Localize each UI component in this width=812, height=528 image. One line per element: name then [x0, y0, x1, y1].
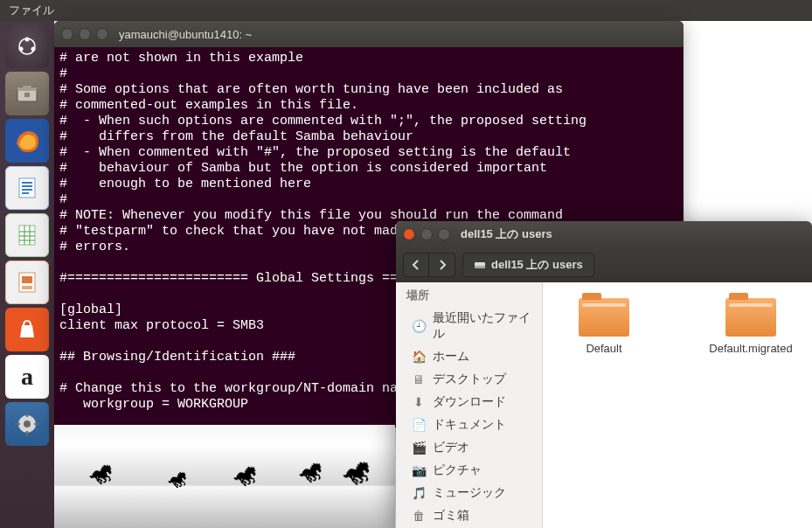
svg-point-1 — [25, 38, 30, 42]
sidebar-item-label: ダウンロード — [433, 394, 506, 410]
folder-label: Default — [586, 342, 621, 355]
sidebar-item-documents[interactable]: 📄ドキュメント — [396, 413, 542, 436]
path-label: dell15 上の users — [491, 257, 583, 273]
folder-item[interactable]: Default.migrated — [698, 298, 803, 355]
menu-file[interactable]: ファイル — [9, 3, 54, 18]
sidebar-item-label: ビデオ — [433, 440, 469, 455]
sidebar-item-downloads[interactable]: ⬇ダウンロード — [396, 391, 542, 413]
pathbar: dell15 上の users — [462, 253, 805, 277]
close-icon[interactable] — [403, 228, 415, 240]
launcher-files[interactable] — [5, 72, 49, 115]
maximize-icon[interactable] — [438, 228, 450, 240]
svg-rect-7 — [24, 93, 30, 97]
launcher-amazon[interactable]: a — [5, 355, 49, 399]
sidebar-item-label: ピクチャ — [433, 462, 482, 478]
sidebar-header-places: 場所 — [396, 282, 542, 307]
folder-icon — [725, 298, 776, 337]
files-content[interactable]: Default Default.migrated — [543, 282, 812, 528]
launcher-calc[interactable] — [5, 213, 49, 257]
files-toolbar: dell15 上の users — [396, 247, 812, 282]
launcher-dash[interactable] — [5, 24, 49, 68]
launcher-impress[interactable] — [5, 261, 49, 304]
download-icon: ⬇ — [412, 395, 426, 409]
maximize-icon[interactable] — [96, 28, 108, 40]
trash-icon: 🗑 — [412, 509, 426, 523]
files-titlebar[interactable]: dell15 上の users — [396, 221, 812, 247]
desktop-icon: 🖥 — [412, 372, 426, 386]
files-sidebar: 場所 🕘最近開いたファイル 🏠ホーム 🖥デスクトップ ⬇ダウンロード 📄ドキュメ… — [396, 282, 543, 528]
svg-rect-6 — [23, 86, 31, 89]
svg-point-2 — [19, 47, 24, 52]
folder-icon — [579, 298, 629, 337]
nav-group — [403, 253, 455, 277]
svg-point-3 — [31, 47, 36, 52]
video-icon: 🎬 — [412, 441, 426, 455]
sidebar-item-label: ゴミ箱 — [433, 508, 469, 524]
minimize-icon[interactable] — [420, 228, 433, 240]
wallpaper-horses: 🐎 🐎 🐎 🐎 🐎 — [54, 425, 395, 528]
forward-button[interactable] — [429, 253, 455, 277]
sidebar-item-label: ドキュメント — [433, 417, 506, 433]
menubar: ファイル — [0, 0, 812, 21]
sidebar-item-label: 最近開いたファイル — [433, 310, 531, 342]
sidebar-item-recent[interactable]: 🕘最近開いたファイル — [396, 307, 542, 345]
home-icon: 🏠 — [412, 350, 426, 364]
folder-label: Default.migrated — [709, 342, 792, 355]
launcher: a — [0, 21, 54, 528]
sidebar-item-trash[interactable]: 🗑ゴミ箱 — [396, 504, 542, 527]
sidebar-item-label: ミュージック — [433, 485, 506, 501]
sidebar-item-home[interactable]: 🏠ホーム — [396, 345, 542, 368]
terminal-title: yamauchi@ubuntu1410: ~ — [119, 28, 252, 41]
svg-rect-9 — [19, 178, 35, 198]
path-segment[interactable]: dell15 上の users — [462, 253, 594, 277]
clock-icon: 🕘 — [412, 319, 426, 333]
launcher-settings[interactable] — [5, 402, 49, 446]
back-button[interactable] — [403, 253, 429, 277]
svg-point-23 — [24, 420, 31, 427]
music-icon: 🎵 — [412, 486, 426, 500]
camera-icon: 📷 — [412, 463, 426, 477]
files-body: 場所 🕘最近開いたファイル 🏠ホーム 🖥デスクトップ ⬇ダウンロード 📄ドキュメ… — [396, 282, 812, 528]
launcher-firefox[interactable] — [5, 119, 49, 163]
files-title: dell15 上の users — [461, 226, 552, 242]
svg-rect-22 — [22, 286, 32, 289]
sidebar-item-videos[interactable]: 🎬ビデオ — [396, 436, 542, 459]
document-icon: 📄 — [412, 418, 426, 432]
folder-item[interactable]: Default — [552, 298, 656, 355]
svg-rect-14 — [19, 226, 35, 245]
sidebar-item-desktop[interactable]: 🖥デスクトップ — [396, 368, 542, 391]
files-window: dell15 上の users dell15 上の users 場所 🕘最近開い… — [396, 221, 812, 528]
launcher-software[interactable] — [5, 308, 49, 351]
sidebar-item-pictures[interactable]: 📷ピクチャ — [396, 459, 542, 482]
svg-rect-21 — [22, 276, 32, 283]
sidebar-item-music[interactable]: 🎵ミュージック — [396, 482, 542, 504]
sidebar-item-label: デスクトップ — [433, 372, 506, 387]
svg-rect-29 — [475, 266, 485, 268]
close-icon[interactable] — [61, 28, 73, 40]
minimize-icon[interactable] — [79, 28, 91, 40]
sidebar-item-label: ホーム — [433, 349, 469, 365]
network-drive-icon — [474, 259, 486, 271]
terminal-titlebar[interactable]: yamauchi@ubuntu1410: ~ — [54, 21, 684, 47]
launcher-writer[interactable] — [5, 166, 49, 210]
